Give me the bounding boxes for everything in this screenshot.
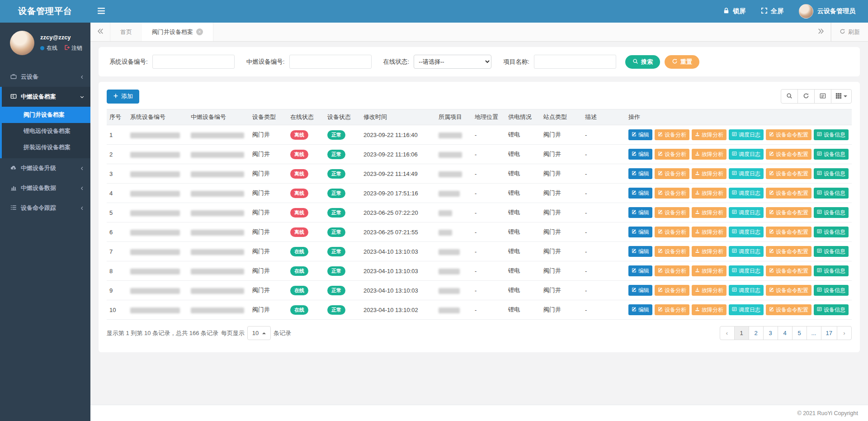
row-action-4[interactable]: 设备命令配置 — [766, 265, 811, 276]
online-state-select[interactable]: --请选择-- — [414, 55, 491, 69]
page-size-select[interactable]: 10 — [247, 326, 271, 340]
row-action-0[interactable]: 编辑 — [628, 304, 652, 315]
lock-screen-button[interactable]: 锁屏 — [723, 7, 745, 15]
add-button[interactable]: 添加 — [107, 90, 139, 104]
row-action-4[interactable]: 设备命令配置 — [766, 207, 811, 218]
tabs-scroll-right-button[interactable] — [811, 23, 831, 41]
page-button-2[interactable]: 2 — [749, 326, 764, 340]
table-refresh-button[interactable] — [797, 89, 815, 104]
row-action-1[interactable]: 设备分析 — [655, 285, 689, 296]
row-action-4[interactable]: 设备命令配置 — [766, 285, 811, 296]
row-action-2[interactable]: 故障分析 — [692, 246, 726, 257]
table-row[interactable]: 3 阀门井 离线 正常 2023-09-22 11:14:49 - 锂电 阀门井… — [107, 164, 852, 184]
row-action-3[interactable]: 调度日志 — [729, 246, 764, 257]
refresh-tab-button[interactable]: 刷新 — [831, 23, 868, 41]
row-action-4[interactable]: 设备命令配置 — [766, 227, 811, 237]
tabs-scroll-left-button[interactable] — [90, 23, 110, 41]
table-row[interactable]: 10 阀门井 在线 正常 2023-04-10 13:10:02 - 锂电 阀门… — [107, 300, 852, 320]
prev-page-button[interactable]: ‹ — [720, 326, 735, 340]
table-row[interactable]: 2 阀门井 离线 正常 2023-09-22 11:16:06 - 锂电 阀门井… — [107, 145, 852, 164]
row-action-5[interactable]: 设备信息 — [814, 304, 849, 315]
project-name-input[interactable] — [534, 55, 616, 69]
row-action-3[interactable]: 调度日志 — [729, 168, 764, 179]
row-action-4[interactable]: 设备命令配置 — [766, 246, 811, 257]
row-action-1[interactable]: 设备分析 — [655, 168, 689, 179]
row-action-0[interactable]: 编辑 — [628, 129, 652, 140]
row-action-5[interactable]: 设备信息 — [814, 129, 849, 140]
column-header[interactable]: 描述 — [582, 109, 626, 125]
row-action-5[interactable]: 设备信息 — [814, 188, 849, 199]
row-action-4[interactable]: 设备命令配置 — [766, 129, 811, 140]
sidebar-subitem-1-1[interactable]: 锂电远传设备档案 — [2, 123, 90, 139]
zr-no-input[interactable] — [289, 55, 372, 69]
table-row[interactable]: 7 阀门井 在线 正常 2023-04-10 13:10:03 - 锂电 阀门井… — [107, 242, 852, 261]
table-row[interactable]: 8 阀门井 在线 正常 2023-04-10 13:10:03 - 锂电 阀门井… — [107, 261, 852, 281]
column-header[interactable]: 地理位置 — [472, 109, 505, 125]
row-action-0[interactable]: 编辑 — [628, 149, 652, 160]
row-action-3[interactable]: 调度日志 — [729, 285, 764, 296]
table-row[interactable]: 9 阀门井 在线 正常 2023-04-10 13:10:03 - 锂电 阀门井… — [107, 281, 852, 300]
table-columns-button[interactable] — [831, 89, 852, 104]
column-header[interactable]: 设备状态 — [325, 109, 361, 125]
row-action-5[interactable]: 设备信息 — [814, 168, 849, 179]
row-action-0[interactable]: 编辑 — [628, 207, 652, 218]
column-header[interactable]: 所属项目 — [436, 109, 472, 125]
row-action-2[interactable]: 故障分析 — [692, 285, 726, 296]
column-header[interactable]: 供电情况 — [505, 109, 541, 125]
table-row[interactable]: 6 阀门井 离线 正常 2023-06-25 07:21:55 - 锂电 阀门井… — [107, 222, 852, 242]
page-button-5[interactable]: 5 — [792, 326, 807, 340]
row-action-4[interactable]: 设备命令配置 — [766, 188, 811, 199]
row-action-2[interactable]: 故障分析 — [692, 129, 726, 140]
sidebar-item-link-4[interactable]: 设备命令跟踪 — [0, 198, 90, 218]
sidebar-item-link-2[interactable]: 中燃设备升级 — [0, 158, 90, 178]
table-row[interactable]: 4 阀门井 离线 正常 2023-09-20 17:51:16 - 锂电 阀门井… — [107, 184, 852, 203]
row-action-1[interactable]: 设备分析 — [655, 304, 689, 315]
row-action-1[interactable]: 设备分析 — [655, 149, 689, 160]
reset-button[interactable]: 重置 — [665, 55, 699, 69]
table-row[interactable]: 5 阀门井 离线 正常 2023-06-25 07:22:20 - 锂电 阀门井… — [107, 203, 852, 222]
tab-current[interactable]: 阀门井设备档案 × — [142, 23, 213, 41]
sidebar-item-link-0[interactable]: 云设备 — [0, 67, 90, 87]
row-action-5[interactable]: 设备信息 — [814, 227, 849, 237]
tab-close-icon[interactable]: × — [196, 28, 203, 35]
row-action-2[interactable]: 故障分析 — [692, 265, 726, 276]
row-action-0[interactable]: 编辑 — [628, 227, 652, 237]
row-action-2[interactable]: 故障分析 — [692, 188, 726, 199]
row-action-5[interactable]: 设备信息 — [814, 285, 849, 296]
row-action-3[interactable]: 调度日志 — [729, 207, 764, 218]
row-action-5[interactable]: 设备信息 — [814, 246, 849, 257]
row-action-1[interactable]: 设备分析 — [655, 188, 689, 199]
row-action-1[interactable]: 设备分析 — [655, 207, 689, 218]
row-action-2[interactable]: 故障分析 — [692, 168, 726, 179]
row-action-3[interactable]: 调度日志 — [729, 129, 764, 140]
column-header[interactable]: 操作 — [626, 109, 852, 125]
row-action-0[interactable]: 编辑 — [628, 246, 652, 257]
row-action-4[interactable]: 设备命令配置 — [766, 304, 811, 315]
sidebar-item-link-1[interactable]: 中燃设备档案 — [2, 87, 90, 107]
column-header[interactable]: 设备类型 — [250, 109, 288, 125]
sidebar-avatar[interactable] — [10, 31, 34, 55]
row-action-3[interactable]: 调度日志 — [729, 227, 764, 237]
row-action-0[interactable]: 编辑 — [628, 188, 652, 199]
row-action-3[interactable]: 调度日志 — [729, 265, 764, 276]
row-action-3[interactable]: 调度日志 — [729, 188, 764, 199]
column-header[interactable]: 系统设备编号 — [127, 109, 188, 125]
row-action-1[interactable]: 设备分析 — [655, 265, 689, 276]
page-button-4[interactable]: 4 — [778, 326, 793, 340]
row-action-5[interactable]: 设备信息 — [814, 265, 849, 276]
search-button[interactable]: 搜索 — [625, 55, 660, 69]
row-action-0[interactable]: 编辑 — [628, 265, 652, 276]
row-action-4[interactable]: 设备命令配置 — [766, 168, 811, 179]
page-button-1[interactable]: 1 — [734, 326, 749, 340]
page-button-3[interactable]: 3 — [763, 326, 778, 340]
sidebar-subitem-1-2[interactable]: 拼装远传设备档案 — [2, 139, 90, 156]
table-search-toggle-button[interactable] — [781, 89, 798, 104]
fullscreen-button[interactable]: 全屏 — [761, 7, 783, 15]
row-action-2[interactable]: 故障分析 — [692, 207, 726, 218]
user-menu[interactable]: 云设备管理员 — [799, 4, 855, 19]
sidebar-toggle-button[interactable] — [90, 0, 112, 23]
row-action-3[interactable]: 调度日志 — [729, 149, 764, 160]
row-action-2[interactable]: 故障分析 — [692, 304, 726, 315]
page-button-17[interactable]: 17 — [821, 326, 837, 340]
row-action-4[interactable]: 设备命令配置 — [766, 149, 811, 160]
